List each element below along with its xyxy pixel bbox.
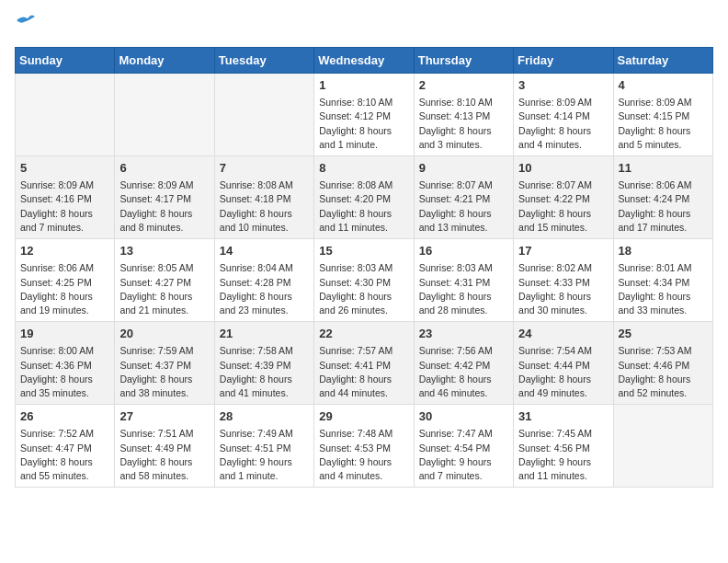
weekday-header-friday: Friday	[514, 48, 613, 74]
day-info: Sunrise: 8:09 AM Sunset: 4:17 PM Dayligh…	[119, 178, 209, 235]
calendar-cell: 18Sunrise: 8:01 AM Sunset: 4:34 PM Dayli…	[613, 239, 712, 322]
calendar-cell	[115, 74, 214, 156]
day-number: 23	[419, 326, 508, 342]
calendar-cell: 13Sunrise: 8:05 AM Sunset: 4:27 PM Dayli…	[115, 239, 214, 322]
day-number: 26	[20, 408, 109, 425]
calendar-cell: 7Sunrise: 8:08 AM Sunset: 4:18 PM Daylig…	[214, 156, 313, 239]
day-info: Sunrise: 8:08 AM Sunset: 4:18 PM Dayligh…	[220, 178, 309, 235]
day-number: 2	[419, 77, 508, 94]
day-info: Sunrise: 8:07 AM Sunset: 4:22 PM Dayligh…	[518, 178, 608, 235]
day-info: Sunrise: 8:07 AM Sunset: 4:21 PM Dayligh…	[419, 178, 508, 235]
calendar-cell	[613, 405, 712, 488]
day-number: 22	[319, 326, 408, 342]
calendar-cell: 22Sunrise: 7:57 AM Sunset: 4:41 PM Dayli…	[314, 322, 414, 405]
calendar-cell: 19Sunrise: 8:00 AM Sunset: 4:36 PM Dayli…	[16, 322, 115, 405]
day-number: 31	[518, 408, 608, 425]
calendar-cell: 6Sunrise: 8:09 AM Sunset: 4:17 PM Daylig…	[115, 156, 214, 239]
calendar-week-5: 26Sunrise: 7:52 AM Sunset: 4:47 PM Dayli…	[16, 405, 713, 488]
weekday-header-thursday: Thursday	[414, 48, 513, 74]
weekday-header-wednesday: Wednesday	[314, 48, 414, 74]
calendar-week-2: 5Sunrise: 8:09 AM Sunset: 4:16 PM Daylig…	[16, 156, 713, 239]
day-info: Sunrise: 7:48 AM Sunset: 4:53 PM Dayligh…	[319, 427, 408, 483]
day-number: 1	[319, 77, 408, 94]
day-number: 10	[518, 160, 608, 177]
day-info: Sunrise: 8:00 AM Sunset: 4:36 PM Dayligh…	[20, 344, 109, 400]
day-info: Sunrise: 8:01 AM Sunset: 4:34 PM Dayligh…	[619, 261, 708, 317]
day-number: 27	[119, 408, 209, 425]
calendar-cell: 14Sunrise: 8:04 AM Sunset: 4:28 PM Dayli…	[214, 239, 313, 322]
day-number: 17	[518, 243, 608, 259]
calendar-cell: 3Sunrise: 8:09 AM Sunset: 4:14 PM Daylig…	[514, 74, 613, 156]
day-number: 14	[220, 243, 309, 259]
day-number: 30	[419, 408, 508, 425]
day-number: 11	[619, 160, 708, 177]
calendar-body: 1Sunrise: 8:10 AM Sunset: 4:12 PM Daylig…	[16, 74, 713, 488]
day-info: Sunrise: 7:51 AM Sunset: 4:49 PM Dayligh…	[119, 427, 209, 483]
calendar-cell: 30Sunrise: 7:47 AM Sunset: 4:54 PM Dayli…	[414, 405, 513, 488]
day-number: 24	[518, 326, 608, 342]
day-info: Sunrise: 7:47 AM Sunset: 4:54 PM Dayligh…	[419, 427, 508, 483]
day-number: 5	[20, 160, 109, 177]
calendar-week-3: 12Sunrise: 8:06 AM Sunset: 4:25 PM Dayli…	[16, 239, 713, 322]
day-info: Sunrise: 8:08 AM Sunset: 4:20 PM Dayligh…	[319, 178, 408, 235]
day-info: Sunrise: 7:53 AM Sunset: 4:46 PM Dayligh…	[619, 344, 708, 400]
day-info: Sunrise: 8:10 AM Sunset: 4:12 PM Dayligh…	[319, 96, 408, 152]
day-info: Sunrise: 8:06 AM Sunset: 4:25 PM Dayligh…	[20, 261, 109, 317]
calendar-cell: 27Sunrise: 7:51 AM Sunset: 4:49 PM Dayli…	[115, 405, 214, 488]
weekday-header-monday: Monday	[115, 48, 214, 74]
day-info: Sunrise: 7:59 AM Sunset: 4:37 PM Dayligh…	[119, 344, 209, 400]
day-number: 6	[119, 160, 209, 177]
calendar-cell: 25Sunrise: 7:53 AM Sunset: 4:46 PM Dayli…	[613, 322, 712, 405]
calendar-week-4: 19Sunrise: 8:00 AM Sunset: 4:36 PM Dayli…	[16, 322, 713, 405]
day-info: Sunrise: 8:09 AM Sunset: 4:14 PM Dayligh…	[518, 96, 608, 152]
day-info: Sunrise: 7:49 AM Sunset: 4:51 PM Dayligh…	[220, 427, 309, 483]
calendar-cell: 12Sunrise: 8:06 AM Sunset: 4:25 PM Dayli…	[16, 239, 115, 322]
page-header	[15, 15, 713, 36]
logo-bird-icon	[15, 13, 35, 28]
calendar-cell: 24Sunrise: 7:54 AM Sunset: 4:44 PM Dayli…	[514, 322, 613, 405]
calendar-table: SundayMondayTuesdayWednesdayThursdayFrid…	[15, 47, 713, 488]
calendar-cell: 17Sunrise: 8:02 AM Sunset: 4:33 PM Dayli…	[514, 239, 613, 322]
calendar-cell: 4Sunrise: 8:09 AM Sunset: 4:15 PM Daylig…	[613, 74, 712, 156]
day-number: 4	[619, 77, 708, 94]
day-info: Sunrise: 8:05 AM Sunset: 4:27 PM Dayligh…	[119, 261, 209, 317]
calendar-cell: 9Sunrise: 8:07 AM Sunset: 4:21 PM Daylig…	[414, 156, 513, 239]
day-number: 13	[119, 243, 209, 259]
day-number: 7	[220, 160, 309, 177]
calendar-cell: 1Sunrise: 8:10 AM Sunset: 4:12 PM Daylig…	[314, 74, 414, 156]
calendar-cell: 21Sunrise: 7:58 AM Sunset: 4:39 PM Dayli…	[214, 322, 313, 405]
day-info: Sunrise: 7:58 AM Sunset: 4:39 PM Dayligh…	[220, 344, 309, 400]
calendar-cell: 11Sunrise: 8:06 AM Sunset: 4:24 PM Dayli…	[613, 156, 712, 239]
calendar-cell: 16Sunrise: 8:03 AM Sunset: 4:31 PM Dayli…	[414, 239, 513, 322]
calendar-cell: 31Sunrise: 7:45 AM Sunset: 4:56 PM Dayli…	[514, 405, 613, 488]
calendar-cell: 23Sunrise: 7:56 AM Sunset: 4:42 PM Dayli…	[414, 322, 513, 405]
calendar-cell: 5Sunrise: 8:09 AM Sunset: 4:16 PM Daylig…	[16, 156, 115, 239]
day-info: Sunrise: 8:04 AM Sunset: 4:28 PM Dayligh…	[220, 261, 309, 317]
day-number: 15	[319, 243, 408, 259]
day-number: 12	[20, 243, 109, 259]
calendar-cell: 20Sunrise: 7:59 AM Sunset: 4:37 PM Dayli…	[115, 322, 214, 405]
day-info: Sunrise: 7:52 AM Sunset: 4:47 PM Dayligh…	[20, 427, 109, 483]
calendar-cell: 2Sunrise: 8:10 AM Sunset: 4:13 PM Daylig…	[414, 74, 513, 156]
day-info: Sunrise: 8:03 AM Sunset: 4:30 PM Dayligh…	[319, 261, 408, 317]
day-info: Sunrise: 7:57 AM Sunset: 4:41 PM Dayligh…	[319, 344, 408, 400]
calendar-cell	[214, 74, 313, 156]
calendar-cell: 10Sunrise: 8:07 AM Sunset: 4:22 PM Dayli…	[514, 156, 613, 239]
day-number: 8	[319, 160, 408, 177]
calendar-cell: 28Sunrise: 7:49 AM Sunset: 4:51 PM Dayli…	[214, 405, 313, 488]
day-info: Sunrise: 8:09 AM Sunset: 4:15 PM Dayligh…	[619, 96, 708, 152]
day-number: 9	[419, 160, 508, 177]
day-info: Sunrise: 7:45 AM Sunset: 4:56 PM Dayligh…	[518, 427, 608, 483]
day-info: Sunrise: 8:03 AM Sunset: 4:31 PM Dayligh…	[419, 261, 508, 317]
calendar-cell: 15Sunrise: 8:03 AM Sunset: 4:30 PM Dayli…	[314, 239, 414, 322]
day-number: 25	[619, 326, 708, 342]
day-info: Sunrise: 7:54 AM Sunset: 4:44 PM Dayligh…	[518, 344, 608, 400]
weekday-header-tuesday: Tuesday	[214, 48, 313, 74]
day-number: 19	[20, 326, 109, 342]
calendar-header-row: SundayMondayTuesdayWednesdayThursdayFrid…	[16, 48, 713, 74]
day-info: Sunrise: 7:56 AM Sunset: 4:42 PM Dayligh…	[419, 344, 508, 400]
day-number: 16	[419, 243, 508, 259]
day-info: Sunrise: 8:09 AM Sunset: 4:16 PM Dayligh…	[20, 178, 109, 235]
day-number: 3	[518, 77, 608, 94]
weekday-header-saturday: Saturday	[613, 48, 712, 74]
